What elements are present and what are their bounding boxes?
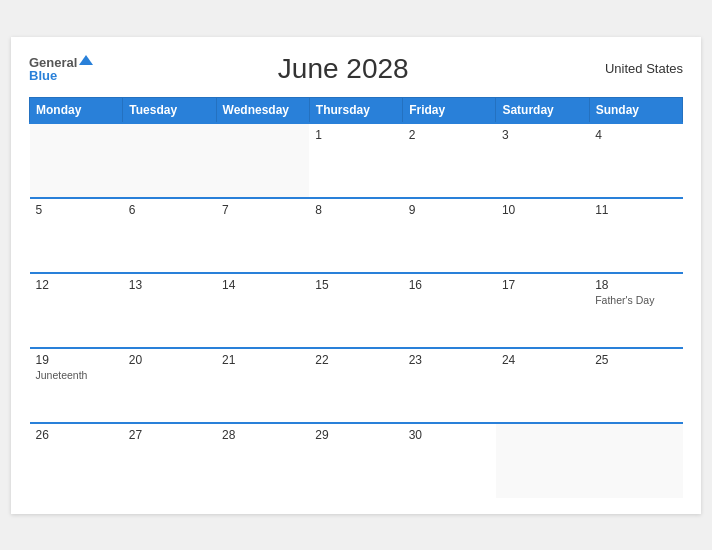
day-number: 22	[315, 353, 396, 367]
calendar-grid: MondayTuesdayWednesdayThursdayFridaySatu…	[29, 97, 683, 498]
calendar-cell	[216, 123, 309, 198]
day-number: 19	[36, 353, 117, 367]
day-number: 21	[222, 353, 303, 367]
logo: General Blue	[29, 56, 93, 82]
day-number: 29	[315, 428, 396, 442]
weekday-header: Wednesday	[216, 97, 309, 123]
day-number: 1	[315, 128, 396, 142]
calendar-week-row: 19Juneteenth202122232425	[30, 348, 683, 423]
weekday-header: Sunday	[589, 97, 682, 123]
calendar-cell: 4	[589, 123, 682, 198]
day-number: 2	[409, 128, 490, 142]
weekday-header: Saturday	[496, 97, 589, 123]
calendar-body: 123456789101112131415161718Father's Day1…	[30, 123, 683, 498]
calendar-week-row: 2627282930	[30, 423, 683, 498]
calendar-cell: 21	[216, 348, 309, 423]
calendar-cell: 8	[309, 198, 402, 273]
calendar-header: General Blue June 2028 United States	[29, 53, 683, 85]
day-number: 20	[129, 353, 210, 367]
calendar-cell: 27	[123, 423, 216, 498]
calendar-cell: 19Juneteenth	[30, 348, 123, 423]
day-number: 7	[222, 203, 303, 217]
calendar-cell: 6	[123, 198, 216, 273]
logo-general-text: General	[29, 56, 77, 69]
calendar-cell: 1	[309, 123, 402, 198]
day-event: Father's Day	[595, 294, 676, 306]
day-number: 10	[502, 203, 583, 217]
calendar-thead: MondayTuesdayWednesdayThursdayFridaySatu…	[30, 97, 683, 123]
calendar-cell	[589, 423, 682, 498]
logo-blue-text: Blue	[29, 69, 93, 82]
calendar-region: United States	[593, 61, 683, 76]
day-number: 9	[409, 203, 490, 217]
calendar-cell: 26	[30, 423, 123, 498]
calendar-cell: 29	[309, 423, 402, 498]
calendar-week-row: 567891011	[30, 198, 683, 273]
calendar-cell: 10	[496, 198, 589, 273]
calendar-cell: 30	[403, 423, 496, 498]
day-number: 24	[502, 353, 583, 367]
day-number: 18	[595, 278, 676, 292]
day-event: Juneteenth	[36, 369, 117, 381]
calendar-cell: 3	[496, 123, 589, 198]
weekday-header: Tuesday	[123, 97, 216, 123]
calendar: General Blue June 2028 United States Mon…	[11, 37, 701, 514]
calendar-cell	[123, 123, 216, 198]
calendar-cell: 23	[403, 348, 496, 423]
calendar-cell: 16	[403, 273, 496, 348]
calendar-title: June 2028	[93, 53, 593, 85]
day-number: 16	[409, 278, 490, 292]
day-number: 15	[315, 278, 396, 292]
day-number: 27	[129, 428, 210, 442]
calendar-week-row: 12131415161718Father's Day	[30, 273, 683, 348]
calendar-cell: 15	[309, 273, 402, 348]
day-number: 13	[129, 278, 210, 292]
day-number: 17	[502, 278, 583, 292]
day-number: 23	[409, 353, 490, 367]
day-number: 28	[222, 428, 303, 442]
calendar-cell	[30, 123, 123, 198]
day-number: 26	[36, 428, 117, 442]
calendar-week-row: 1234	[30, 123, 683, 198]
day-number: 8	[315, 203, 396, 217]
weekday-header: Friday	[403, 97, 496, 123]
day-number: 30	[409, 428, 490, 442]
calendar-cell	[496, 423, 589, 498]
calendar-cell: 11	[589, 198, 682, 273]
calendar-cell: 25	[589, 348, 682, 423]
day-number: 25	[595, 353, 676, 367]
calendar-cell: 13	[123, 273, 216, 348]
calendar-cell: 9	[403, 198, 496, 273]
day-number: 12	[36, 278, 117, 292]
weekday-header: Monday	[30, 97, 123, 123]
calendar-cell: 12	[30, 273, 123, 348]
calendar-cell: 17	[496, 273, 589, 348]
calendar-cell: 14	[216, 273, 309, 348]
day-number: 3	[502, 128, 583, 142]
calendar-cell: 2	[403, 123, 496, 198]
day-number: 11	[595, 203, 676, 217]
calendar-cell: 20	[123, 348, 216, 423]
calendar-cell: 22	[309, 348, 402, 423]
day-number: 14	[222, 278, 303, 292]
weekday-header: Thursday	[309, 97, 402, 123]
day-number: 4	[595, 128, 676, 142]
calendar-cell: 18Father's Day	[589, 273, 682, 348]
calendar-cell: 24	[496, 348, 589, 423]
logo-triangle-icon	[79, 55, 93, 65]
calendar-cell: 28	[216, 423, 309, 498]
day-number: 6	[129, 203, 210, 217]
calendar-cell: 5	[30, 198, 123, 273]
day-number: 5	[36, 203, 117, 217]
calendar-cell: 7	[216, 198, 309, 273]
weekday-header-row: MondayTuesdayWednesdayThursdayFridaySatu…	[30, 97, 683, 123]
